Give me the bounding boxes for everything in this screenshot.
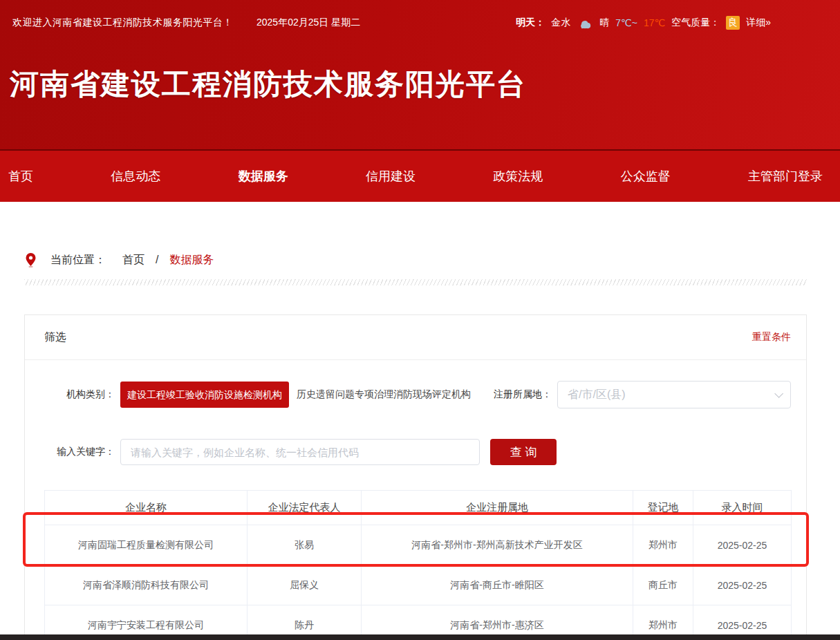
category-filter-row: 机构类别： 建设工程竣工验收消防设施检测机构 历史遗留问题专项治理消防现场评定机… bbox=[44, 381, 791, 408]
col-header-entry-date: 录入时间 bbox=[693, 491, 792, 525]
col-header-registration-place: 登记地 bbox=[633, 491, 693, 525]
col-header-company-name: 企业名称 bbox=[45, 491, 248, 525]
results-table: 企业名称 企业法定代表人 企业注册属地 登记地 录入时间 河南固瑞工程质量检测有… bbox=[44, 490, 792, 640]
nav-item-credit[interactable]: 信用建设 bbox=[366, 168, 416, 185]
col-header-registered-address: 企业注册属地 bbox=[362, 491, 633, 525]
nav-item-data-service[interactable]: 数据服务 bbox=[239, 168, 288, 185]
cell-registered-address: 河南省-郑州市-郑州高新技术产业开发区 bbox=[362, 525, 633, 565]
filter-title: 筛选 bbox=[44, 330, 66, 345]
breadcrumb-home-link[interactable]: 首页 bbox=[122, 253, 144, 267]
cell-registration-place: 郑州市 bbox=[633, 525, 693, 565]
cell-entry-date: 2025-02-25 bbox=[693, 565, 792, 605]
nav-item-home[interactable]: 首页 bbox=[8, 168, 33, 185]
region-select[interactable]: 省/市/区(县) bbox=[557, 381, 791, 408]
weather-detail-link[interactable]: 详细» bbox=[746, 17, 771, 29]
topbar: 欢迎进入河南省建设工程消防技术服务阳光平台！ 2025年02月25日 星期二 明… bbox=[0, 0, 840, 46]
cell-registered-address: 河南省-商丘市-睢阳区 bbox=[362, 565, 633, 605]
search-button[interactable]: 查 询 bbox=[490, 439, 557, 465]
page: 欢迎进入河南省建设工程消防技术服务阳光平台！ 2025年02月25日 星期二 明… bbox=[0, 0, 840, 640]
region-label: 注册所属地： bbox=[481, 388, 552, 401]
weather-city: 金水 bbox=[551, 17, 570, 29]
location-pin-icon bbox=[25, 252, 37, 267]
category-option-selected[interactable]: 建设工程竣工验收消防设施检测机构 bbox=[120, 382, 289, 408]
cell-legal-rep: 张易 bbox=[248, 525, 362, 565]
reset-filters-link[interactable]: 重置条件 bbox=[752, 331, 791, 343]
date-text: 2025年02月25日 星期二 bbox=[256, 17, 360, 29]
temp-high: 17℃ bbox=[644, 17, 665, 28]
table-header-row: 企业名称 企业法定代表人 企业注册属地 登记地 录入时间 bbox=[45, 491, 792, 525]
cell-entry-date: 2025-02-25 bbox=[693, 525, 792, 565]
welcome-text: 欢迎进入河南省建设工程消防技术服务阳光平台！ bbox=[12, 17, 233, 29]
region-select-placeholder: 省/市/区(县) bbox=[568, 388, 626, 402]
weather-label: 明天： bbox=[516, 17, 545, 29]
weather-widget: 明天： 金水 晴 7℃~ 17℃ 空气质量： 良 详细» bbox=[516, 16, 771, 30]
cloud-icon bbox=[577, 17, 593, 29]
site-title: 河南省建设工程消防技术服务阳光平台 bbox=[0, 46, 840, 104]
cell-legal-rep: 屈保义 bbox=[248, 565, 362, 605]
keyword-label: 输入关键字： bbox=[44, 446, 115, 458]
col-header-legal-rep: 企业法定代表人 bbox=[248, 491, 362, 525]
keyword-input[interactable] bbox=[120, 439, 480, 465]
table-row[interactable]: 河南省泽顺消防科技有限公司 屈保义 河南省-商丘市-睢阳区 商丘市 2025-0… bbox=[45, 565, 792, 605]
cell-registration-place: 商丘市 bbox=[633, 565, 693, 605]
main-nav: 首页 信息动态 数据服务 信用建设 政策法规 公众监督 主管部门登录 bbox=[0, 149, 840, 202]
breadcrumb-label: 当前位置： bbox=[50, 253, 106, 267]
footer-bar bbox=[0, 634, 840, 640]
cell-company-name: 河南固瑞工程质量检测有限公司 bbox=[45, 525, 248, 565]
weather-condition: 晴 bbox=[599, 17, 609, 29]
chevron-down-icon bbox=[774, 389, 783, 398]
category-option-other[interactable]: 历史遗留问题专项治理消防现场评定机构 bbox=[297, 388, 471, 401]
keyword-filter-row: 输入关键字： 查 询 bbox=[44, 439, 791, 465]
air-quality-label: 空气质量： bbox=[671, 17, 720, 29]
breadcrumb: 当前位置： 首页 / 数据服务 bbox=[25, 252, 840, 267]
nav-item-admin-login[interactable]: 主管部门登录 bbox=[748, 168, 823, 185]
air-quality-badge: 良 bbox=[726, 16, 740, 30]
table-row[interactable]: 河南固瑞工程质量检测有限公司 张易 河南省-郑州市-郑州高新技术产业开发区 郑州… bbox=[45, 525, 792, 565]
nav-item-news[interactable]: 信息动态 bbox=[111, 168, 160, 185]
header: 欢迎进入河南省建设工程消防技术服务阳光平台！ 2025年02月25日 星期二 明… bbox=[0, 0, 840, 149]
category-label: 机构类别： bbox=[44, 388, 115, 401]
breadcrumb-separator: / bbox=[156, 254, 158, 266]
decorative-slash-divider bbox=[24, 279, 807, 285]
nav-item-supervision[interactable]: 公众监督 bbox=[621, 168, 671, 185]
filter-panel: 筛选 重置条件 机构类别： 建设工程竣工验收消防设施检测机构 历史遗留问题专项治… bbox=[24, 314, 807, 640]
nav-item-policy[interactable]: 政策法规 bbox=[493, 168, 543, 185]
temp-low: 7℃~ bbox=[615, 17, 637, 28]
region-filter-group: 注册所属地： 省/市/区(县) bbox=[481, 381, 791, 408]
breadcrumb-current: 数据服务 bbox=[169, 253, 214, 267]
filter-panel-header: 筛选 重置条件 bbox=[25, 315, 806, 360]
cell-company-name: 河南省泽顺消防科技有限公司 bbox=[45, 565, 248, 605]
